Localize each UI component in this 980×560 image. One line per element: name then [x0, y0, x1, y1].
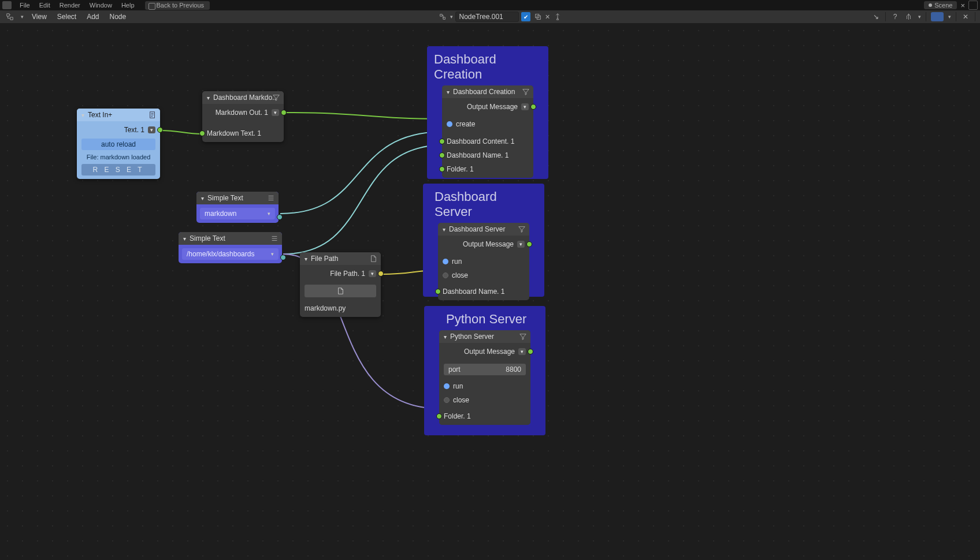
funnel-icon [518, 225, 526, 233]
overlay-toggle[interactable] [931, 12, 944, 21]
node-header[interactable]: ▾ File Path [300, 252, 381, 265]
output-row: Output Message ▾ [443, 239, 525, 249]
hb-menu-select[interactable]: Select [55, 13, 79, 21]
help-icon[interactable]: ? [890, 12, 900, 21]
hb-menu-node[interactable]: Node [107, 13, 129, 21]
file-icon [369, 255, 377, 263]
socket-out[interactable] [280, 255, 286, 260]
output-dropdown[interactable]: ▾ [521, 103, 529, 110]
filter-icon[interactable]: ✕ [961, 12, 970, 21]
frame-dashboard-server[interactable]: Dashboard Server ▾ Dashboard Server Outp… [423, 184, 544, 297]
chevron-down-icon: ▾ [443, 226, 446, 233]
socket-out[interactable] [281, 110, 287, 115]
text-input[interactable]: /home/klx/dashboards ▾ [182, 248, 279, 260]
frame-python-server[interactable]: Python Server ▾ Python Server Output Mes… [424, 306, 545, 435]
unlink-icon[interactable]: × [545, 12, 550, 21]
hb-menu-view[interactable]: View [29, 13, 49, 21]
socket-out-text[interactable] [157, 127, 163, 133]
node-dashboard-creation[interactable]: ▾ Dashboard Creation Output Message ▾ cr… [442, 85, 533, 178]
nodetree-type-icon[interactable] [437, 12, 448, 21]
snap-icon[interactable]: ⫛ [904, 12, 914, 21]
node-header[interactable]: ▾ Dashboard Server [438, 223, 529, 236]
output-dropdown[interactable]: ▾ [272, 109, 279, 116]
chevron-down-icon[interactable]: ▾ [21, 14, 24, 20]
node-python-server[interactable]: ▾ Python Server Output Message ▾ port 88… [439, 330, 530, 425]
funnel-icon [519, 333, 527, 341]
scene-selector[interactable]: Scene [924, 1, 957, 9]
pin-icon[interactable] [552, 12, 563, 21]
run-toggle-row[interactable]: run [444, 381, 526, 391]
socket-in-content[interactable] [439, 139, 445, 144]
chevron-down-icon: ▾ [81, 112, 84, 118]
socket-out[interactable] [277, 214, 283, 220]
input-folder-label: Folder. 1 [447, 165, 474, 173]
menu-edit[interactable]: Edit [35, 2, 55, 9]
node-dashboard-markdown[interactable]: ▾ Dashboard Markdo.. Markdown Out. 1 ▾ M… [202, 91, 284, 142]
node-header[interactable]: ▾ Simple Text [196, 192, 279, 204]
checkdot-on-icon[interactable] [443, 259, 448, 264]
node-header[interactable]: ▾ Text In+ [77, 109, 160, 121]
checkdot-on-icon[interactable] [444, 383, 450, 389]
output-label: Output Message [464, 348, 515, 356]
scene-label: Scene [934, 2, 952, 9]
back-to-previous-button[interactable]: Back to Previous [145, 1, 210, 10]
node-file-path[interactable]: ▾ File Path File Path. 1 ▾ markdown.py [300, 252, 381, 317]
node-title: Simple Text [207, 194, 243, 202]
nodetree-name-field[interactable]: NodeTree.001 [455, 12, 519, 22]
text-input[interactable]: markdown ▾ [200, 208, 275, 219]
duplicate-icon[interactable] [533, 12, 543, 21]
run-toggle-row[interactable]: run [443, 256, 525, 267]
output-row: Markdown Out. 1 ▾ [207, 107, 279, 118]
node-header[interactable]: ▾ Dashboard Markdo.. [202, 91, 284, 104]
node-canvas[interactable]: ▾ Text In+ Text. 1 ▾ auto reload File: m… [0, 23, 980, 560]
node-header[interactable]: ▾ Dashboard Creation [442, 85, 533, 98]
file-browse-button[interactable] [305, 285, 376, 297]
chevron-down-icon: ▾ [918, 14, 921, 20]
node-simple-text-2[interactable]: ▾ Simple Text /home/klx/dashboards ▾ [179, 232, 282, 263]
node-title: Dashboard Server [449, 225, 505, 233]
chevron-down-icon[interactable]: ▾ [450, 14, 453, 20]
socket-out[interactable] [528, 349, 533, 354]
hb-menu-add[interactable]: Add [84, 13, 101, 21]
menu-help[interactable]: Help [117, 2, 139, 9]
close-toggle-row[interactable]: close [444, 395, 526, 405]
socket-out[interactable] [526, 241, 532, 247]
output-dropdown[interactable]: ▾ [369, 270, 376, 277]
close-toggle-row[interactable]: close [443, 270, 525, 281]
editor-type-icon[interactable] [5, 12, 15, 21]
shield-icon[interactable]: ✔ [521, 12, 530, 21]
node-title: Text In+ [88, 111, 112, 119]
auto-reload-button[interactable]: auto reload [81, 139, 155, 150]
node-dashboard-server[interactable]: ▾ Dashboard Server Output Message ▾ run [438, 223, 529, 300]
node-header[interactable]: ▾ Python Server [439, 330, 530, 343]
frame-dashboard-creation[interactable]: Dashboard Creation ▾ Dashboard Creation … [427, 46, 548, 179]
socket-in-name[interactable] [435, 289, 441, 294]
input-folder-row: Folder. 1 [444, 411, 526, 421]
checkdot-off-icon[interactable] [444, 397, 450, 403]
create-toggle-row[interactable]: create [447, 119, 529, 129]
socket-in-folder[interactable] [439, 166, 445, 172]
socket-in-folder[interactable] [436, 413, 442, 419]
output-dropdown[interactable]: ▾ [517, 241, 525, 248]
node-editor-header: ▾ View Select Add Node ▾ NodeTree.001 ✔ … [0, 10, 980, 23]
menu-file[interactable]: File [15, 2, 35, 9]
scene-close-icon[interactable]: × [960, 1, 965, 10]
socket-in-name[interactable] [439, 152, 445, 158]
arrow-icon[interactable]: ↘ [871, 12, 881, 21]
menu-render[interactable]: Render [55, 2, 85, 9]
socket-out[interactable] [378, 271, 384, 277]
menu-window[interactable]: Window [85, 2, 117, 9]
reset-button[interactable]: R E S E T [81, 164, 155, 176]
node-text-in[interactable]: ▾ Text In+ Text. 1 ▾ auto reload File: m… [77, 109, 160, 179]
socket-in[interactable] [199, 130, 205, 136]
checkdot-off-icon[interactable] [443, 272, 448, 278]
socket-out[interactable] [530, 104, 536, 110]
port-field[interactable]: port 8800 [444, 364, 526, 375]
output-dropdown[interactable]: ▾ [518, 348, 526, 355]
node-header[interactable]: ▾ Simple Text [179, 232, 282, 245]
checkdot-on-icon[interactable] [447, 121, 452, 127]
viewlayer-icon[interactable] [968, 1, 978, 10]
node-simple-text-1[interactable]: ▾ Simple Text markdown ▾ [196, 192, 279, 223]
output-dropdown[interactable]: ▾ [148, 126, 155, 133]
input-label: Markdown Text. 1 [207, 129, 261, 137]
